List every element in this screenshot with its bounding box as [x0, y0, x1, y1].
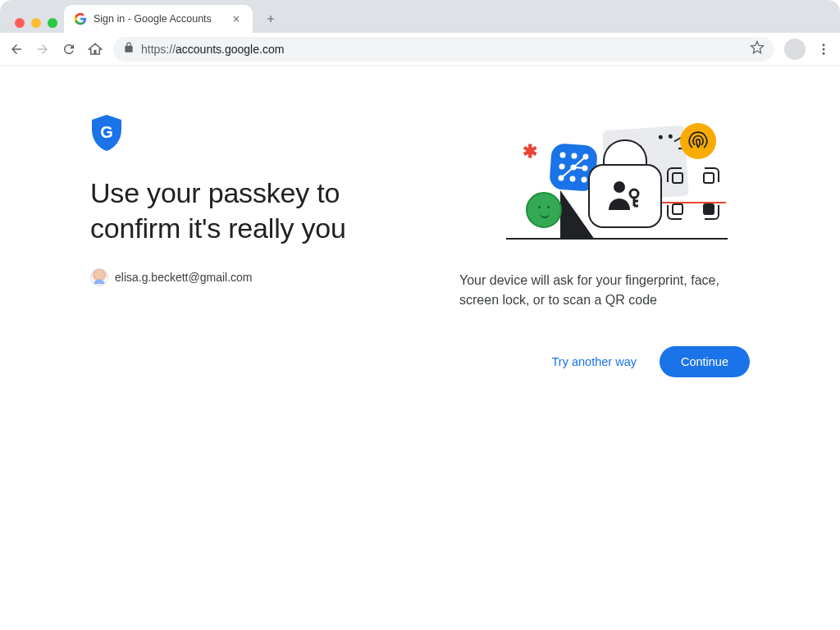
google-shield-icon: G: [90, 115, 123, 151]
google-favicon-icon: [74, 12, 87, 25]
face-unlock-icon: [526, 192, 562, 228]
new-tab-button[interactable]: [259, 7, 282, 30]
nav-home-button[interactable]: [87, 41, 103, 57]
window-maximize-button[interactable]: [48, 18, 57, 28]
red-asterisk-icon: ✱: [523, 141, 537, 162]
window-controls: [8, 18, 64, 33]
passkey-person-icon: [606, 179, 644, 215]
bookmark-star-icon[interactable]: [750, 40, 765, 58]
svg-point-2: [823, 52, 825, 54]
nav-reload-button[interactable]: [61, 41, 77, 57]
action-row: Try another way Continue: [546, 346, 750, 377]
profile-avatar-button[interactable]: [784, 39, 806, 60]
svg-point-8: [559, 164, 564, 168]
fingerprint-icon: [680, 123, 716, 159]
passkey-illustration: ✱: [482, 115, 728, 254]
browser-menu-button[interactable]: [815, 41, 832, 57]
svg-point-13: [582, 177, 586, 181]
window-close-button[interactable]: [15, 18, 25, 28]
left-column: G Use your passkey to confirm it's reall…: [90, 115, 435, 377]
page-content: G Use your passkey to confirm it's reall…: [0, 66, 840, 377]
right-column: ✱ Your device will ask for your fingerpr…: [459, 115, 750, 377]
tab-title: Sign in - Google Accounts: [94, 13, 230, 25]
window-minimize-button[interactable]: [31, 18, 41, 28]
svg-text:G: G: [100, 123, 113, 141]
browser-tab[interactable]: Sign in - Google Accounts: [64, 5, 253, 33]
browser-toolbar: https://accounts.google.com: [0, 33, 840, 66]
svg-point-5: [560, 153, 564, 157]
account-chip[interactable]: elisa.g.beckett@gmail.com: [90, 268, 253, 286]
svg-point-4: [97, 272, 103, 278]
lock-icon: [123, 42, 135, 57]
user-avatar-icon: [90, 268, 108, 286]
account-email: elisa.g.beckett@gmail.com: [115, 271, 253, 284]
page-headline: Use your passkey to confirm it's really …: [90, 176, 435, 245]
tab-close-button[interactable]: [230, 12, 243, 25]
svg-point-1: [823, 48, 825, 50]
address-bar[interactable]: https://accounts.google.com: [113, 37, 774, 62]
svg-point-12: [570, 176, 574, 180]
nav-back-button[interactable]: [8, 41, 25, 57]
description-text: Your device will ask for your fingerprin…: [459, 271, 750, 310]
url-text: https://accounts.google.com: [141, 43, 284, 56]
qr-code-icon: [667, 167, 719, 220]
svg-point-15: [630, 189, 638, 198]
try-another-way-button[interactable]: Try another way: [546, 347, 643, 377]
svg-point-14: [614, 181, 625, 193]
tab-strip: Sign in - Google Accounts: [0, 0, 840, 33]
continue-button[interactable]: Continue: [660, 346, 750, 377]
svg-point-6: [572, 153, 576, 158]
nav-forward-button[interactable]: [34, 41, 51, 57]
browser-chrome: Sign in - Google Accounts https://accoun…: [0, 0, 840, 66]
svg-point-0: [823, 43, 825, 46]
